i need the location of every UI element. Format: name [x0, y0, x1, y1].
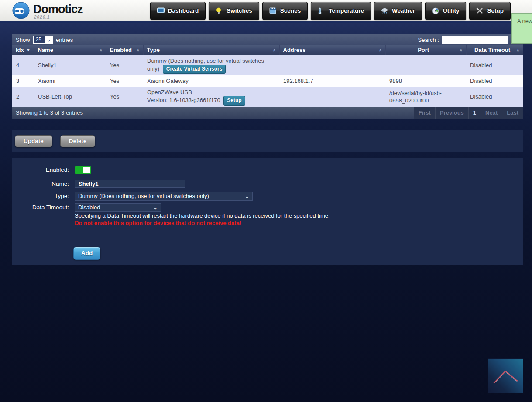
data-timeout-help: Specifying a Data Timeout will restart t…: [75, 212, 523, 219]
chevron-down-icon: ⌄: [45, 37, 52, 43]
cell-port: 9898: [385, 75, 466, 87]
hardware-panel: Show 25 ⌄ entries Search : ▼Idx ∧Name ∧E…: [12, 34, 523, 265]
enabled-label: Enabled:: [12, 167, 69, 173]
data-timeout-select[interactable]: Disabled ⌄: [75, 203, 161, 212]
nav-label: Setup: [487, 7, 504, 14]
nav-label: Temperature: [329, 7, 364, 14]
cell-type: OpenZWave USB Version: 1.6-1033-g3661f17…: [143, 87, 279, 107]
name-label: Name:: [12, 181, 69, 187]
cell-address: 192.168.1.7: [279, 75, 385, 87]
column-header-name[interactable]: ∧Name: [34, 45, 106, 55]
sort-icon: ∧: [516, 48, 519, 52]
sort-icon: ∧: [379, 48, 382, 52]
setup-hardware-button[interactable]: Setup: [223, 96, 245, 105]
scenes-icon: [269, 7, 277, 14]
cell-idx: 4: [12, 55, 34, 75]
cell-enabled: Yes: [106, 75, 143, 87]
column-header-address[interactable]: ∧Address: [279, 45, 385, 55]
nav-weather-button[interactable]: Weather: [374, 2, 422, 20]
thermometer-icon: [318, 7, 325, 14]
cell-data-timeout: Disabled: [466, 75, 523, 87]
nav-label: Weather: [392, 7, 415, 14]
nav-label: Dashboard: [168, 7, 199, 14]
table-row[interactable]: 3 Xiaomi Yes Xiaomi Gateway 192.168.1.7 …: [12, 75, 523, 87]
cell-name: USB-Left-Top: [34, 87, 106, 107]
column-header-enabled[interactable]: ∧Enabled: [106, 45, 143, 55]
cell-data-timeout: Disabled: [466, 55, 523, 75]
show-label: Show: [16, 37, 30, 43]
create-virtual-sensors-button[interactable]: Create Virtual Sensors: [163, 65, 226, 74]
chevron-up-icon: [488, 359, 523, 393]
cell-type: Dummy (Does nothing, use for virtual swi…: [143, 55, 279, 75]
column-header-data-timeout[interactable]: ∧Data Timeout: [466, 45, 523, 55]
cell-port: [385, 55, 466, 75]
table-toolbar: Show 25 ⌄ entries Search :: [12, 34, 523, 45]
nav-scenes-button[interactable]: Scenes: [262, 2, 308, 20]
lightbulb-icon: [216, 7, 223, 14]
cell-idx: 2: [12, 87, 34, 107]
sort-desc-icon: ▼: [27, 48, 31, 52]
cell-enabled: Yes: [106, 87, 143, 107]
domoticz-logo-icon: [12, 2, 30, 19]
row-actions-panel: Update Delete: [12, 130, 523, 152]
sort-icon: ∧: [137, 48, 140, 52]
enabled-toggle[interactable]: [75, 166, 91, 174]
data-timeout-label: Data Timeout:: [12, 204, 69, 211]
name-input[interactable]: [75, 180, 185, 188]
table-row[interactable]: 2 USB-Left-Top Yes OpenZWave USB Version…: [12, 87, 523, 107]
type-select[interactable]: Dummy (Does nothing, use for virtual swi…: [75, 192, 253, 201]
page-size-select[interactable]: 25 ⌄: [33, 36, 53, 44]
nav-dashboard-button[interactable]: Dashboard: [150, 2, 206, 20]
nav-utility-button[interactable]: Utility: [425, 2, 467, 20]
nav-label: Utility: [443, 7, 460, 14]
update-button[interactable]: Update: [15, 135, 52, 147]
pagination-next[interactable]: Next: [481, 107, 502, 119]
nav-temperature-button[interactable]: Temperature: [311, 2, 371, 20]
pagination-previous[interactable]: Previous: [435, 107, 468, 119]
cell-address: [279, 87, 385, 107]
column-header-idx[interactable]: ▼Idx: [12, 45, 34, 55]
nav-label: Switches: [227, 7, 252, 14]
nav-label: Scenes: [280, 7, 301, 14]
column-header-port[interactable]: ∧Port: [385, 45, 466, 55]
chevron-down-icon: ⌄: [241, 193, 249, 199]
pagination-first[interactable]: First: [414, 107, 435, 119]
pagination-page-1[interactable]: 1: [468, 107, 481, 119]
table-footer: Showing 1 to 3 of 3 entries First Previo…: [12, 107, 523, 119]
table-info: Showing 1 to 3 of 3 entries: [16, 109, 83, 116]
data-timeout-warning: Do not enable this option for devices th…: [75, 220, 523, 226]
sort-icon: ∧: [100, 48, 103, 52]
cell-address: [279, 55, 385, 75]
gauge-icon: [432, 7, 439, 14]
cell-type: Xiaomi Gateway: [143, 75, 279, 87]
hardware-form: Enabled: Name: Type: Dummy (Does nothing…: [12, 158, 523, 265]
search-input[interactable]: [442, 36, 508, 44]
app-title: Domoticz: [33, 3, 83, 15]
app-logo[interactable]: Domoticz 2020.1: [12, 2, 83, 20]
dashboard-icon: [157, 7, 165, 14]
new-version-toast[interactable]: A new Version: [511, 13, 532, 44]
pagination-last[interactable]: Last: [502, 107, 523, 119]
cell-port: /dev/serial/by-id/usb-0658_0200-if00: [385, 87, 466, 107]
app-header: Domoticz 2020.1 Dashboard Switches: [0, 0, 532, 23]
sort-icon: ∧: [273, 48, 276, 52]
scroll-to-top-button[interactable]: [488, 358, 523, 393]
search-label: Search :: [418, 37, 439, 43]
column-header-type[interactable]: ∧Type: [143, 45, 279, 55]
tools-icon: [476, 7, 484, 14]
nav-setup-button[interactable]: Setup: [469, 2, 511, 20]
pagination: First Previous 1 Next Last: [414, 107, 523, 119]
type-label: Type:: [12, 193, 69, 199]
main-nav: Dashboard Switches Scenes: [150, 2, 511, 20]
page-size-value: 25: [34, 36, 45, 43]
cell-name: Xiaomi: [34, 75, 106, 87]
chevron-down-icon: ⌄: [150, 204, 158, 211]
delete-button[interactable]: Delete: [60, 135, 96, 147]
data-timeout-select-value: Disabled: [78, 204, 100, 211]
table-row[interactable]: 4 Shelly1 Yes Dummy (Does nothing, use f…: [12, 55, 523, 75]
sort-icon: ∧: [460, 48, 463, 52]
cell-idx: 3: [12, 75, 34, 87]
cell-name: Shelly1: [34, 55, 106, 75]
nav-switches-button[interactable]: Switches: [209, 2, 259, 20]
add-button[interactable]: Add: [73, 247, 100, 260]
